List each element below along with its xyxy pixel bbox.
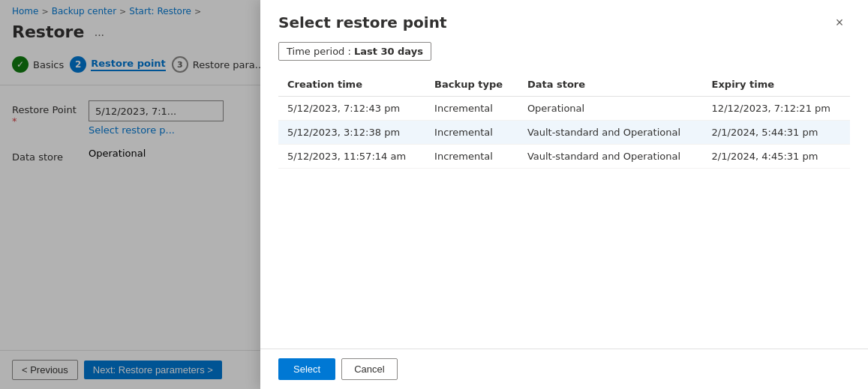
time-period-value: Last 30 days	[354, 46, 423, 57]
cell-expiry-time: 2/1/2024, 5:44:31 pm	[703, 121, 850, 145]
cell-backup-type: Incremental	[425, 145, 518, 169]
close-button[interactable]: ×	[829, 12, 850, 33]
filter-bar: Time period : Last 30 days	[278, 42, 850, 61]
col-backup-type: Backup type	[425, 73, 518, 97]
cell-data-store: Vault-standard and Operational	[518, 145, 703, 169]
cell-expiry-time: 12/12/2023, 7:12:21 pm	[703, 97, 850, 121]
modal-header: Select restore point ×	[260, 0, 868, 42]
modal-title: Select restore point	[278, 13, 447, 31]
cell-expiry-time: 2/1/2024, 4:45:31 pm	[703, 145, 850, 169]
cell-backup-type: Incremental	[425, 121, 518, 145]
table-row[interactable]: 5/12/2023, 7:12:43 pm Incremental Operat…	[278, 97, 850, 121]
cell-creation-time: 5/12/2023, 7:12:43 pm	[278, 97, 425, 121]
table-header-row: Creation time Backup type Data store Exp…	[278, 73, 850, 97]
cancel-button[interactable]: Cancel	[341, 358, 397, 380]
cell-data-store: Vault-standard and Operational	[518, 121, 703, 145]
cell-creation-time: 5/12/2023, 3:12:38 pm	[278, 121, 425, 145]
cell-backup-type: Incremental	[425, 97, 518, 121]
modal-body: Time period : Last 30 days Creation time…	[260, 42, 868, 349]
col-expiry-time: Expiry time	[703, 73, 850, 97]
table-row[interactable]: 5/12/2023, 11:57:14 am Incremental Vault…	[278, 145, 850, 169]
select-button[interactable]: Select	[278, 358, 335, 380]
table-row[interactable]: 5/12/2023, 3:12:38 pm Incremental Vault-…	[278, 121, 850, 145]
col-data-store: Data store	[518, 73, 703, 97]
modal-footer: Select Cancel	[260, 349, 868, 389]
cell-data-store: Operational	[518, 97, 703, 121]
col-creation-time: Creation time	[278, 73, 425, 97]
modal-overlay: Select restore point × Time period : Las…	[0, 0, 868, 389]
restore-points-table: Creation time Backup type Data store Exp…	[278, 73, 850, 169]
time-period-label: Time period :	[287, 46, 351, 57]
modal-panel: Select restore point × Time period : Las…	[260, 0, 868, 389]
time-period-filter[interactable]: Time period : Last 30 days	[278, 42, 431, 61]
cell-creation-time: 5/12/2023, 11:57:14 am	[278, 145, 425, 169]
